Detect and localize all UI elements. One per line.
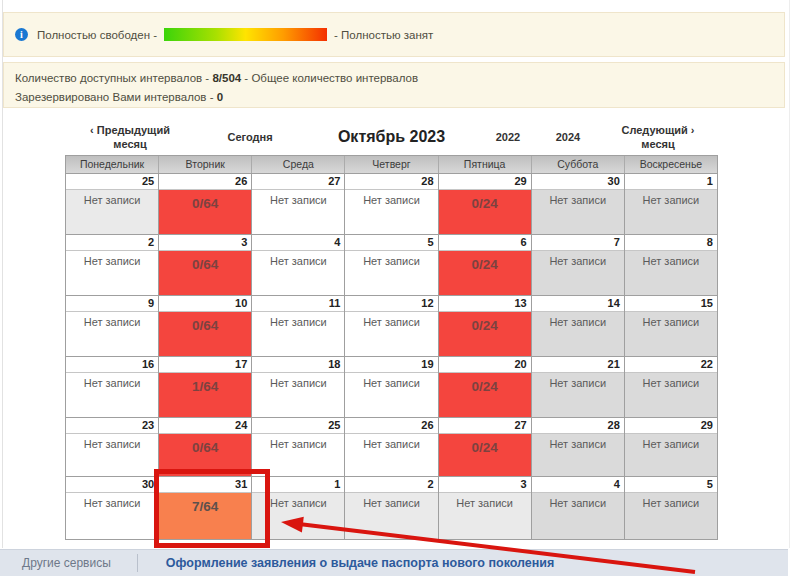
cell-date: 30: [66, 477, 158, 493]
calendar-cell: 8Нет записи: [624, 235, 717, 295]
cell-no-record-label: Нет записи: [345, 434, 437, 476]
cell-date: 10: [159, 296, 251, 312]
calendar-cell[interactable]: 240/64: [158, 418, 251, 476]
cell-date: 27: [252, 174, 344, 190]
calendar-cell: 4Нет записи: [531, 477, 624, 539]
cell-slots-value: 0/24: [439, 190, 531, 234]
calendar-week-row: 9Нет записи100/6411Нет записи12Нет запис…: [66, 295, 717, 356]
cell-date: 30: [532, 174, 624, 190]
calendar-cell: 14Нет записи: [531, 296, 624, 356]
cell-no-record-label: Нет записи: [625, 312, 717, 356]
other-services-link[interactable]: Другие сервисы: [22, 556, 111, 570]
cell-no-record-label: Нет записи: [66, 251, 158, 295]
available-intervals-count: 8/504: [212, 72, 241, 84]
calendar-cell: 30Нет записи: [531, 174, 624, 234]
calendar-cell: 9Нет записи: [66, 296, 158, 356]
calendar-week-row: 30Нет записи317/641Нет записи2Нет записи…: [66, 476, 717, 539]
cell-slots-value: 0/64: [159, 251, 251, 295]
calendar-cell: 1Нет записи: [251, 477, 344, 539]
cell-no-record-label: Нет записи: [345, 312, 437, 356]
prev-month-button[interactable]: ‹ Предыдущиймесяц: [65, 123, 195, 151]
info-icon: i: [15, 28, 28, 41]
calendar-cell: 22Нет записи: [624, 357, 717, 417]
cell-date: 16: [66, 357, 158, 373]
calendar-cell: 29Нет записи: [624, 418, 717, 476]
cell-date: 6: [439, 235, 531, 251]
calendar-cell[interactable]: 260/64: [158, 174, 251, 234]
calendar-cell[interactable]: 30/64: [158, 235, 251, 295]
calendar-cell: 5Нет записи: [624, 477, 717, 539]
cell-no-record-label: Нет записи: [625, 373, 717, 417]
calendar-cell: 21Нет записи: [531, 357, 624, 417]
calendar-cell: 26Нет записи: [344, 418, 437, 476]
calendar-cell: 19Нет записи: [344, 357, 437, 417]
cell-no-record-label: Нет записи: [252, 493, 344, 539]
cell-slots-value: 0/24: [439, 251, 531, 295]
cell-no-record-label: Нет записи: [439, 493, 531, 539]
reserved-intervals-count: 0: [217, 91, 223, 103]
prev-month-label: ‹ Предыдущий: [90, 124, 170, 136]
intervals-info-bar: Количество доступных интервалов - 8/504 …: [3, 62, 785, 108]
available-intervals-prefix: Количество доступных интервалов -: [15, 72, 212, 84]
cell-slots-value: 0/24: [439, 312, 531, 356]
cell-no-record-label: Нет записи: [66, 190, 158, 234]
cell-date: 19: [345, 357, 437, 373]
weekday-header: Суббота: [531, 156, 624, 173]
cell-date: 7: [532, 235, 624, 251]
cell-no-record-label: Нет записи: [66, 373, 158, 417]
next-month-button[interactable]: Следующий ›месяц: [598, 123, 718, 151]
calendar-cell[interactable]: 270/24: [438, 418, 531, 476]
calendar-cell[interactable]: 317/64: [158, 477, 251, 539]
cell-date: 23: [66, 418, 158, 434]
cell-date: 11: [252, 296, 344, 312]
footer-divider: [137, 554, 138, 572]
legend-free-label: Полностью свободен -: [37, 29, 157, 41]
available-intervals-line: Количество доступных интервалов - 8/504 …: [15, 69, 784, 88]
calendar-cell: 1Нет записи: [624, 174, 717, 234]
calendar-table: ПонедельникВторникСредаЧетвергПятницаСуб…: [65, 155, 718, 540]
calendar-nav: ‹ Предыдущиймесяц Сегодня Октябрь 2023 2…: [65, 118, 718, 155]
cell-no-record-label: Нет записи: [66, 434, 158, 476]
occupancy-gradient-bar: [164, 28, 327, 41]
cell-date: 3: [439, 477, 531, 493]
cell-slots-value: 0/24: [439, 373, 531, 417]
cell-date: 29: [439, 174, 531, 190]
cell-date: 29: [625, 418, 717, 434]
cell-no-record-label: Нет записи: [532, 434, 624, 476]
cell-no-record-label: Нет записи: [252, 373, 344, 417]
prev-year-button[interactable]: 2022: [478, 130, 538, 144]
calendar-cell: 7Нет записи: [531, 235, 624, 295]
cell-date: 26: [159, 174, 251, 190]
calendar-cell[interactable]: 290/24: [438, 174, 531, 234]
cell-date: 20: [439, 357, 531, 373]
service-title-link[interactable]: Оформление заявления о выдаче паспорта н…: [166, 556, 555, 570]
cell-date: 31: [159, 477, 251, 493]
weekday-header: Среда: [251, 156, 344, 173]
calendar-cell[interactable]: 60/24: [438, 235, 531, 295]
calendar-cell[interactable]: 200/24: [438, 357, 531, 417]
weekday-header: Четверг: [344, 156, 437, 173]
weekday-header: Пятница: [438, 156, 531, 173]
prev-month-label2: месяц: [113, 138, 146, 150]
cell-date: 2: [66, 235, 158, 251]
next-month-label: Следующий ›: [621, 124, 694, 136]
today-button[interactable]: Сегодня: [195, 130, 305, 144]
calendar-cell: 5Нет записи: [344, 235, 437, 295]
calendar-week-row: 23Нет записи240/6425Нет записи26Нет запи…: [66, 417, 717, 476]
cell-date: 5: [345, 235, 437, 251]
calendar-cell[interactable]: 100/64: [158, 296, 251, 356]
cell-no-record-label: Нет записи: [66, 493, 158, 539]
calendar-cell: 2Нет записи: [66, 235, 158, 295]
calendar-grid: 25Нет записи260/6427Нет записи28Нет запи…: [66, 173, 717, 539]
next-year-button[interactable]: 2024: [538, 130, 598, 144]
calendar-cell: 28Нет записи: [344, 174, 437, 234]
legend-busy-label: - Полностью занят: [334, 29, 433, 41]
cell-slots-value: 7/64: [159, 493, 251, 539]
cell-date: 4: [532, 477, 624, 493]
calendar-cell[interactable]: 171/64: [158, 357, 251, 417]
calendar-cell[interactable]: 130/24: [438, 296, 531, 356]
cell-no-record-label: Нет записи: [252, 190, 344, 234]
calendar-cell: 27Нет записи: [251, 174, 344, 234]
reserved-intervals-prefix: Зарезервировано Вами интервалов -: [15, 91, 217, 103]
calendar-cell: 28Нет записи: [531, 418, 624, 476]
